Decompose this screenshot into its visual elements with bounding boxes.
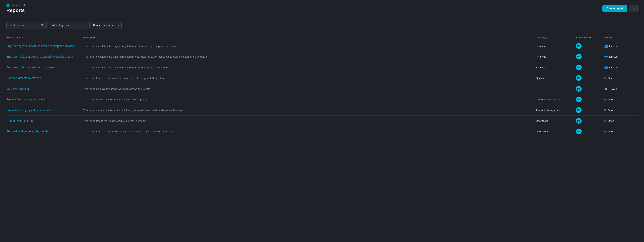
- access-grid-icon: ⊞: [604, 76, 606, 80]
- table-row: Product backlog by component This report…: [6, 94, 638, 105]
- table-row: Queued work per team This report tracks …: [6, 115, 638, 126]
- access-filter-wrapper: All access levels Open Limited Private ▾: [89, 22, 122, 29]
- category-cell: Financial: [536, 45, 576, 48]
- avatar: ML: [576, 118, 582, 124]
- admin-cell: ML: [576, 54, 604, 59]
- access-type-label: Open: [608, 98, 614, 101]
- row-more-icon: ···: [632, 108, 635, 112]
- description-cell: This report segments the product backlog…: [83, 109, 536, 112]
- category-cell: Quality: [536, 77, 576, 80]
- access-filter[interactable]: All access levels Open Limited Private: [89, 22, 122, 29]
- header-actions: Create report ···: [602, 5, 638, 12]
- report-name-cell: Queued work per team: [6, 119, 83, 123]
- access-cell: 👥 Limited: [604, 55, 630, 58]
- table-header: Report name ↑ Description Category ↕ Adm…: [6, 35, 638, 41]
- report-name-cell: Product backlog by estimated relative si…: [6, 108, 83, 112]
- category-cell: Product Management: [536, 109, 576, 112]
- row-more-button[interactable]: ···: [630, 65, 636, 70]
- access-group-icon: 👥: [604, 44, 608, 48]
- row-more-button[interactable]: ···: [630, 43, 636, 49]
- col-report-name[interactable]: Report name ↑: [6, 36, 83, 39]
- row-more-button[interactable]: ···: [630, 75, 636, 81]
- category-cell: Product Management: [536, 98, 576, 101]
- description-cell: This report calculates the engineering l…: [83, 66, 536, 69]
- row-more-icon: ···: [632, 87, 635, 90]
- main-content: 🔍 All categories Financial Quality Produ…: [0, 16, 644, 143]
- report-name-cell: Escaped defects by release: [6, 76, 83, 80]
- report-name-link[interactable]: Engineering labour cost of escaped defec…: [6, 55, 74, 58]
- create-report-button[interactable]: Create report: [602, 5, 627, 12]
- access-type-label: Open: [608, 77, 614, 80]
- description-cell: This report tracks the volume of escaped…: [83, 77, 536, 80]
- avatar: ML: [576, 129, 582, 134]
- access-grid-icon: ⊞: [604, 119, 606, 123]
- report-name-link[interactable]: Shipped work per team by month: [6, 130, 48, 133]
- sort-icon-cat: ↕: [547, 37, 548, 39]
- row-more-cell: ···: [630, 43, 638, 49]
- report-name-link[interactable]: Engineering labour cost per component: [6, 66, 56, 69]
- row-more-button[interactable]: ···: [630, 54, 636, 59]
- categories-filter[interactable]: All categories Financial Quality Product…: [49, 22, 87, 29]
- search-wrapper: 🔍: [6, 22, 47, 29]
- admin-cell: ML: [576, 86, 604, 91]
- access-cell: ⊞ Open: [604, 98, 630, 101]
- access-cell: 🔒 Private: [604, 87, 630, 90]
- access-lock-icon: 🔒: [604, 87, 608, 90]
- more-icon: ···: [632, 7, 635, 10]
- report-name-link[interactable]: Queued work per team: [6, 119, 35, 123]
- report-name-link[interactable]: Escaped defects by release: [6, 76, 41, 80]
- row-more-button[interactable]: ···: [630, 118, 636, 124]
- row-more-icon: ···: [632, 66, 635, 69]
- access-cell: ⊞ Open: [604, 119, 630, 123]
- col-category[interactable]: Category ↕: [536, 36, 576, 39]
- search-input[interactable]: [6, 22, 47, 29]
- row-more-cell: ···: [630, 86, 638, 91]
- access-group-icon: 👥: [604, 55, 608, 58]
- app-header: Limbr Reports Reports Create report ···: [0, 0, 644, 16]
- col-description[interactable]: Description: [83, 36, 536, 39]
- report-name-cell: Engineering labour cost of escaped defec…: [6, 55, 83, 58]
- filters-bar: 🔍 All categories Financial Quality Produ…: [6, 22, 638, 29]
- report-name-cell: Engineering labour cost incurred per sup…: [6, 44, 83, 48]
- row-more-button[interactable]: ···: [630, 129, 636, 134]
- table-row: Engineering labour cost incurred per sup…: [6, 41, 638, 51]
- logo-icon: [6, 4, 10, 7]
- col-actions: [630, 36, 638, 39]
- access-type-label: Open: [608, 109, 614, 112]
- description-cell: This report tracks the volume of shipped…: [83, 130, 536, 133]
- report-name-link[interactable]: Engineering labour cost incurred per sup…: [6, 44, 76, 48]
- access-group-icon: 👥: [604, 66, 608, 69]
- reports-table: Report name ↑ Description Category ↕ Adm…: [6, 35, 638, 137]
- avatar: ML: [576, 86, 582, 91]
- access-type-label: Open: [608, 119, 614, 123]
- description-cell: This report calculates the engineering l…: [83, 45, 536, 48]
- access-cell: 👥 Limited: [604, 66, 630, 69]
- admin-cell: ML: [576, 129, 604, 134]
- row-more-button[interactable]: ···: [630, 97, 636, 102]
- report-name-cell: My active workload: [6, 87, 83, 90]
- table-row: Escaped defects by release This report t…: [6, 73, 638, 83]
- table-row: Product backlog by estimated relative si…: [6, 105, 638, 115]
- row-more-button[interactable]: ···: [630, 107, 636, 113]
- avatar: ML: [576, 107, 582, 113]
- row-more-cell: ···: [630, 107, 638, 113]
- admin-cell: ML: [576, 75, 604, 81]
- admin-cell: ML: [576, 118, 604, 124]
- page-title: Reports: [6, 8, 26, 13]
- description-cell: This report calculates the engineering l…: [83, 55, 536, 58]
- access-type-label: Limited: [609, 45, 618, 48]
- row-more-cell: ···: [630, 54, 638, 59]
- col-access[interactable]: Access ↕: [604, 36, 630, 39]
- report-name-cell: Product backlog by component: [6, 98, 83, 101]
- table-row: My active workload This report displays …: [6, 83, 638, 94]
- sort-icon-access: ↕: [614, 37, 614, 39]
- admin-cell: ML: [576, 97, 604, 102]
- report-name-link[interactable]: My active workload: [6, 87, 30, 90]
- row-more-button[interactable]: ···: [630, 86, 636, 91]
- report-name-link[interactable]: Product backlog by estimated relative si…: [6, 108, 59, 112]
- col-administrators[interactable]: Administrators: [576, 36, 604, 39]
- report-name-link[interactable]: Product backlog by component: [6, 98, 45, 101]
- more-options-button[interactable]: ···: [629, 5, 638, 12]
- access-type-label: Private: [609, 87, 617, 90]
- description-cell: This report displays my active workload …: [83, 87, 536, 90]
